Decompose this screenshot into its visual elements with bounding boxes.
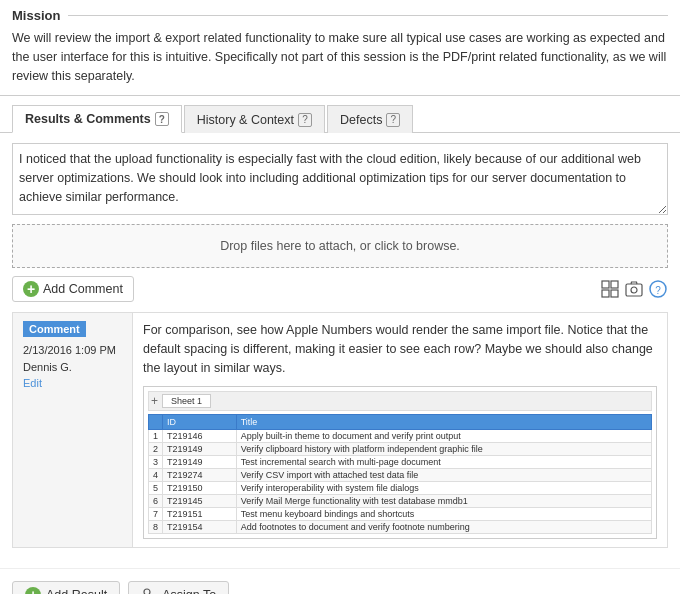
cell-title: Test incremental search with multi-page …	[236, 455, 651, 468]
comment-sidebar: Comment 2/13/2016 1:09 PM Dennis G. Edit	[13, 313, 133, 546]
assign-to-label: Assign To	[162, 588, 216, 595]
add-comment-bar: + Add Comment	[12, 276, 668, 302]
mission-section: Mission We will review the import & expo…	[0, 0, 680, 96]
main-content: Drop files here to attach, or click to b…	[0, 133, 680, 557]
table-row: 2T219149Verify clipboard history with pl…	[149, 442, 652, 455]
col-rownum	[149, 414, 163, 429]
cell-id: T219149	[163, 442, 237, 455]
row-num: 3	[149, 455, 163, 468]
row-num: 7	[149, 507, 163, 520]
assign-to-button[interactable]: Assign To	[128, 581, 229, 595]
cell-id: T219146	[163, 429, 237, 442]
row-num: 8	[149, 520, 163, 533]
comment-label-badge: Comment	[23, 321, 86, 337]
svg-rect-3	[611, 290, 618, 297]
embedded-table: + Sheet 1 ID Title 1T219146Apply bui	[143, 386, 657, 539]
cell-title: Apply built-in theme to document and ver…	[236, 429, 651, 442]
cell-title: Test menu keyboard bindings and shortcut…	[236, 507, 651, 520]
add-result-button[interactable]: + Add Result	[12, 581, 120, 595]
cell-id: T219149	[163, 455, 237, 468]
camera-icon[interactable]	[624, 279, 644, 299]
drop-zone-text: Drop files here to attach, or click to b…	[220, 239, 460, 253]
help-icon[interactable]: ?	[648, 279, 668, 299]
table-row: 6T219145Verify Mail Merge functionality …	[149, 494, 652, 507]
cell-title: Verify CSV import with attached test dat…	[236, 468, 651, 481]
table-row: 5T219150Verify interoperability with sys…	[149, 481, 652, 494]
mission-text: We will review the import & export relat…	[12, 29, 668, 85]
svg-rect-1	[611, 281, 618, 288]
row-num: 1	[149, 429, 163, 442]
comment-card: Comment 2/13/2016 1:09 PM Dennis G. Edit…	[12, 312, 668, 547]
table-row: 7T219151Test menu keyboard bindings and …	[149, 507, 652, 520]
embedded-table-plus[interactable]: +	[151, 394, 158, 408]
tab-results-help-icon[interactable]: ?	[155, 112, 169, 126]
embedded-data-table: ID Title 1T219146Apply built-in theme to…	[148, 414, 652, 534]
svg-point-8	[144, 589, 150, 595]
cell-title: Verify interoperability with system file…	[236, 481, 651, 494]
cell-id: T219274	[163, 468, 237, 481]
svg-rect-0	[602, 281, 609, 288]
add-result-icon: +	[25, 587, 41, 595]
tab-defects-help-icon[interactable]: ?	[386, 113, 400, 127]
cell-title: Add footnotes to document and verify foo…	[236, 520, 651, 533]
col-title: Title	[236, 414, 651, 429]
svg-text:?: ?	[655, 285, 661, 296]
comment-body: For comparison, see how Apple Numbers wo…	[133, 313, 667, 546]
tabs-container: Results & Comments ? History & Context ?…	[0, 104, 680, 133]
tab-history-help-icon[interactable]: ?	[298, 113, 312, 127]
col-id: ID	[163, 414, 237, 429]
table-row: 4T219274Verify CSV import with attached …	[149, 468, 652, 481]
toolbar-icons: ?	[600, 279, 668, 299]
assign-icon	[141, 587, 157, 595]
row-num: 6	[149, 494, 163, 507]
table-row: 3T219149Test incremental search with mul…	[149, 455, 652, 468]
embedded-table-toolbar: + Sheet 1	[148, 391, 652, 411]
cell-id: T219154	[163, 520, 237, 533]
cell-title: Verify Mail Merge functionality with tes…	[236, 494, 651, 507]
embedded-table-tab-label: Sheet 1	[171, 396, 202, 406]
cell-id: T219150	[163, 481, 237, 494]
cell-id: T219145	[163, 494, 237, 507]
embedded-table-tab[interactable]: Sheet 1	[162, 394, 211, 408]
comment-meta: 2/13/2016 1:09 PM Dennis G.	[23, 342, 122, 375]
add-comment-icon: +	[23, 281, 39, 297]
svg-rect-4	[626, 284, 642, 296]
tab-history-context-label: History & Context	[197, 113, 294, 127]
row-num: 4	[149, 468, 163, 481]
table-row: 8T219154Add footnotes to document and ve…	[149, 520, 652, 533]
add-comment-label: Add Comment	[43, 282, 123, 296]
svg-point-5	[631, 287, 637, 293]
comment-textarea[interactable]	[12, 143, 668, 215]
cell-title: Verify clipboard history with platform i…	[236, 442, 651, 455]
svg-rect-2	[602, 290, 609, 297]
tab-defects-label: Defects	[340, 113, 382, 127]
comment-text: For comparison, see how Apple Numbers wo…	[143, 321, 657, 377]
row-num: 2	[149, 442, 163, 455]
drop-zone[interactable]: Drop files here to attach, or click to b…	[12, 224, 668, 268]
add-result-label: Add Result	[46, 588, 107, 595]
table-row: 1T219146Apply built-in theme to document…	[149, 429, 652, 442]
cell-id: T219151	[163, 507, 237, 520]
row-num: 5	[149, 481, 163, 494]
tab-defects[interactable]: Defects ?	[327, 105, 413, 133]
tab-results-comments[interactable]: Results & Comments ?	[12, 105, 182, 133]
tab-history-context[interactable]: History & Context ?	[184, 105, 325, 133]
tab-results-comments-label: Results & Comments	[25, 112, 151, 126]
bottom-bar: + Add Result Assign To	[0, 568, 680, 595]
mission-title: Mission	[12, 8, 668, 23]
comment-edit-link[interactable]: Edit	[23, 377, 42, 389]
grid-icon[interactable]	[600, 279, 620, 299]
add-comment-button[interactable]: + Add Comment	[12, 276, 134, 302]
